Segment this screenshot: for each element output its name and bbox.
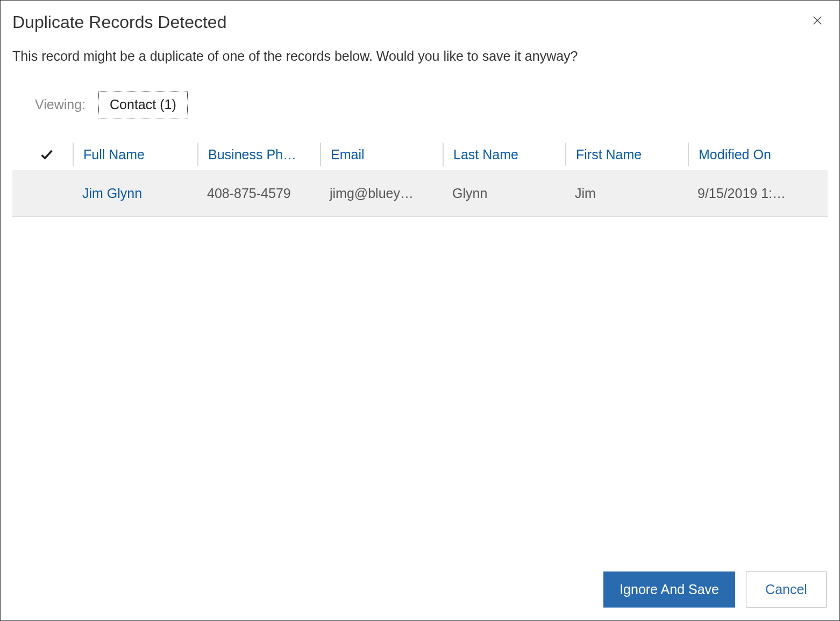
table-header: Full Name Business Ph… Email Last Name F… — [12, 139, 828, 170]
dialog-message: This record might be a duplicate of one … — [1, 38, 839, 80]
column-header-modified[interactable]: Modified On — [688, 143, 807, 166]
table-row[interactable]: Jim Glynn 408-875-4579 jimg@bluey… Glynn… — [12, 170, 828, 216]
cancel-button[interactable]: Cancel — [746, 571, 827, 608]
cell-modified: 9/15/2019 1:… — [688, 170, 807, 216]
close-button[interactable] — [809, 12, 825, 29]
viewing-row: Viewing: Contact (1) — [1, 80, 839, 129]
duplicate-records-dialog: Duplicate Records Detected This record m… — [0, 0, 840, 621]
cell-lastname: Glynn — [443, 170, 565, 216]
select-all-column[interactable] — [35, 147, 73, 162]
column-header-email[interactable]: Email — [320, 143, 443, 166]
ignore-and-save-button[interactable]: Ignore And Save — [603, 571, 735, 608]
checkmark-icon — [39, 147, 54, 162]
close-icon — [811, 15, 823, 26]
dialog-header: Duplicate Records Detected — [1, 1, 839, 38]
cell-phone: 408-875-4579 — [197, 170, 320, 216]
column-header-fullname[interactable]: Full Name — [73, 143, 197, 166]
viewing-label: Viewing: — [35, 97, 86, 112]
column-header-firstname[interactable]: First Name — [565, 143, 688, 166]
dialog-footer: Ignore And Save Cancel — [1, 561, 839, 620]
column-header-phone[interactable]: Business Ph… — [197, 143, 320, 166]
table-container: Full Name Business Ph… Email Last Name F… — [1, 129, 839, 561]
dialog-title: Duplicate Records Detected — [12, 12, 226, 32]
column-header-lastname[interactable]: Last Name — [443, 143, 565, 166]
viewing-selector[interactable]: Contact (1) — [98, 91, 188, 118]
cell-firstname: Jim — [565, 170, 688, 216]
cell-fullname[interactable]: Jim Glynn — [73, 170, 197, 216]
cell-email: jimg@bluey… — [320, 170, 443, 216]
